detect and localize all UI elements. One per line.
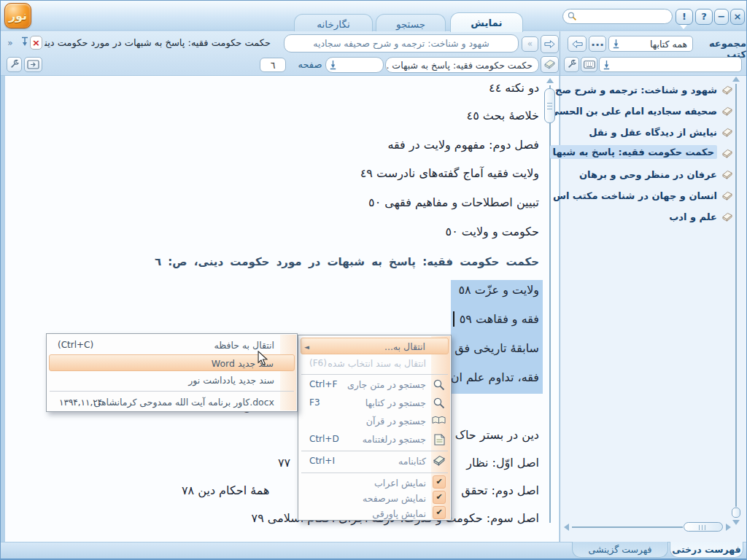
navigate-forward-button[interactable] <box>541 35 559 53</box>
menu-separator <box>301 451 448 451</box>
sidebar-hscrollbar-track[interactable] <box>572 526 683 528</box>
open-book-icon <box>433 415 446 428</box>
menu-separator <box>301 472 448 473</box>
thumb-grip <box>547 103 552 110</box>
submenu-item-new-noor-note[interactable]: سند جدید یادداشت نور <box>49 372 295 389</box>
pin-icon <box>20 36 29 47</box>
menu-item-search-dictionary[interactable]: جستجو درلغتنامه Ctrl+D <box>301 431 449 449</box>
help-button[interactable]: ? <box>695 9 713 25</box>
checkbox-checked-icon: ✔ <box>433 475 446 489</box>
book-icon <box>721 85 733 96</box>
tab-search[interactable]: جستجو <box>376 14 446 31</box>
sidebar-settings-button[interactable] <box>564 57 579 72</box>
book-item[interactable]: عرفان در منظر وحی و برهان <box>579 169 717 180</box>
sidebar-scroll-right-icon[interactable] <box>726 524 731 531</box>
pin-panel-button[interactable] <box>18 36 29 52</box>
book-icon <box>721 106 733 117</box>
book-item[interactable]: علم و ادب <box>669 211 717 222</box>
settings-button[interactable] <box>7 57 22 72</box>
content-heading-line: حکمت حکومت فقیه: پاسخ به شبهات در مورد ح… <box>155 255 539 268</box>
book-icon <box>721 212 733 222</box>
app-window: نور ! ? − × نگارخانه جستجو نمایش » شهود … <box>0 0 747 560</box>
move-to-submenu: انتقال به حافظه (Ctrl+C) سند جدید Word س… <box>46 333 298 412</box>
sidebar-scrollbar-track[interactable] <box>735 84 737 507</box>
dictionary-icon <box>433 433 446 446</box>
notification-button[interactable]: ! <box>676 9 693 25</box>
book-item[interactable]: صحیفه سجادیه امام علی بن الحسی <box>550 106 718 117</box>
content-line-selected: ولایت و عزّت ٥٨ <box>458 283 539 297</box>
book-item[interactable]: انسان و جهان در شناخت مکتب اس <box>553 190 717 201</box>
tab-tree-index[interactable]: فهرست درختی <box>670 542 743 558</box>
submenu-arrow-icon: ◄ <box>304 343 309 351</box>
thumb-grip <box>699 525 708 530</box>
book-tag-icon <box>433 455 446 468</box>
sidebar-scroll-left-icon[interactable] <box>564 524 569 531</box>
submenu-item-recent-file[interactable]: docx.کاور برنامه آیت الله ممدوحی کرمانشا… <box>49 394 295 411</box>
book-item[interactable]: شهود و شناخت: ترجمه و شرح صح <box>555 85 717 96</box>
collection-combobox[interactable]: همه کتابها <box>608 36 693 52</box>
goto-arrow-icon <box>603 60 611 70</box>
more-options-button[interactable]: ... <box>589 36 606 52</box>
menu-item-move-to[interactable]: انتقال به... ◄ <box>301 338 449 354</box>
content-line-fragment: ٧٧ <box>278 456 290 470</box>
close-button[interactable]: × <box>730 9 745 25</box>
sidebar-scroll-up-icon[interactable] <box>732 77 740 82</box>
collapse-chevrons-button[interactable]: « <box>4 36 17 52</box>
window-arrow-icon <box>27 60 39 69</box>
content-line-selected: سابقهٔ تاریخی فق <box>454 341 539 355</box>
arrow-left-icon <box>571 39 584 49</box>
text-caret <box>453 311 454 327</box>
arrow-right-icon <box>543 39 556 49</box>
active-book-title: حکمت حکومت فقیه: پاسخ به شبهات در مورد ح… <box>44 37 271 48</box>
search-icon <box>433 378 446 392</box>
wrench-icon <box>567 59 577 69</box>
tab-select-index[interactable]: فهرست گزینشی <box>572 542 668 558</box>
bibliography-button[interactable] <box>541 56 559 73</box>
history-chevrons-button[interactable]: » <box>522 36 538 52</box>
menu-item-bibliography[interactable]: کتابنامه Ctrl+I <box>301 453 449 471</box>
menu-item-search-books[interactable]: جستجو در کتابها F3 <box>301 394 449 413</box>
menu-item-search-current-text[interactable]: جستجو در متن جاری Ctrl+F <box>301 376 449 394</box>
menu-separator <box>50 391 294 392</box>
menu-item-show-header[interactable]: ✔ نمایش سرصفحه <box>301 490 449 505</box>
minimize-button[interactable]: − <box>714 9 729 25</box>
checkbox-checked-icon: ✔ <box>433 506 446 519</box>
content-line-selected: فقه، تداوم علم ان <box>451 370 539 384</box>
menu-item-search-quran[interactable]: جستجو در قرآن <box>301 413 449 431</box>
search-icon <box>433 397 446 410</box>
book-icon <box>721 149 733 159</box>
menu-item-show-footnote[interactable]: ✔ نمایش پاورقی <box>301 505 449 521</box>
page-jump-combobox[interactable] <box>325 57 384 73</box>
transfer-view-button[interactable] <box>24 57 42 72</box>
content-scrollbar-thumb[interactable] <box>544 88 555 123</box>
context-menu: انتقال به... ◄ انتقال به سند انتخاب شده … <box>298 335 452 521</box>
menu-item-move-to-selected-doc: انتقال به سند انتخاب شده (F6) <box>301 355 449 372</box>
recent-file-date: ۱۳۹۴,۱۱,۲۴ <box>59 397 102 408</box>
back-button[interactable] <box>568 36 587 52</box>
close-book-button[interactable]: × <box>30 36 42 50</box>
virtual-keyboard-button[interactable] <box>581 57 597 72</box>
sidebar-scrollbar-thumb[interactable] <box>732 508 740 518</box>
search-input[interactable] <box>562 9 673 24</box>
sidebar-hscrollbar-thumb[interactable] <box>684 522 723 532</box>
page-label: صفحه <box>298 59 322 70</box>
app-logo[interactable]: نور <box>4 3 31 28</box>
scroll-up-icon[interactable] <box>546 78 554 83</box>
menu-separator <box>301 374 448 375</box>
book-item[interactable]: نیایش از دیدگاه عقل و نقل <box>589 127 717 138</box>
tab-view[interactable]: نمایش <box>450 12 523 32</box>
open-book-combobox[interactable]: شهود و شناخت: ترجمه و شرح صحیفه سجادیه <box>284 34 519 52</box>
title-bar: نور ! ? − × <box>1 1 747 31</box>
goto-arrow-icon <box>329 60 337 70</box>
recent-file-extension: docx. <box>249 397 274 408</box>
menu-item-show-diacritics[interactable]: ✔ نمایش اعراب <box>301 475 449 490</box>
page-number-input[interactable]: ٦ <box>260 58 286 72</box>
content-line: خلاصهٔ بحث ٤٥ <box>467 109 539 122</box>
tab-gallery[interactable]: نگارخانه <box>294 14 373 31</box>
selected-book-highlight: حکمت حکومت فقیه: پاسخ به شبها <box>550 145 717 159</box>
section-combobox[interactable]: حکمت حکومت فقیه: پاسخ به شبهات ... <box>385 57 539 73</box>
book-item-selected[interactable]: حکمت حکومت فقیه: پاسخ به شبها <box>550 147 717 158</box>
sidebar-scroll-down-icon[interactable] <box>732 520 740 525</box>
content-line: اصل دوم: تحقق <box>461 483 539 497</box>
sidebar-filter-input[interactable] <box>599 57 742 72</box>
